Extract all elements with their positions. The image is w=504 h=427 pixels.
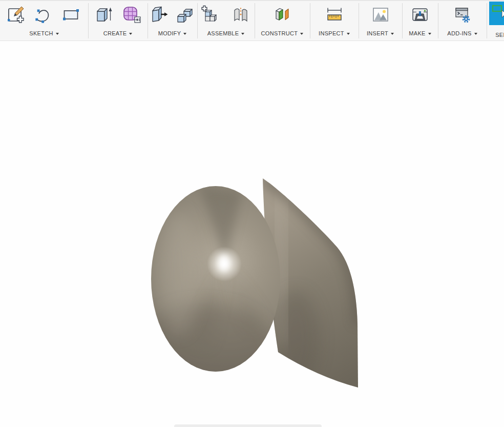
toolbar-group-construct: CONSTRUCT [255, 1, 310, 40]
chevron-down-icon [347, 33, 350, 35]
make-menu-label: MAKE [409, 30, 425, 36]
offset-plane-icon [272, 6, 292, 24]
extrude-icon [94, 5, 114, 25]
toolbar-group-sketch: SKETCH [0, 1, 88, 40]
model-body-surface[interactable] [148, 186, 280, 391]
sketch-menu-label: SKETCH [29, 30, 53, 36]
toolbar-group-modify: MODIFY [148, 1, 197, 40]
insert-menu-label: INSERT [367, 30, 388, 36]
construct-menu-button[interactable]: CONSTRUCT [255, 29, 310, 38]
fit-point-spline-icon [34, 5, 54, 25]
joint-icon [232, 5, 250, 25]
create-sketch-button[interactable] [6, 3, 27, 27]
select-button[interactable] [489, 2, 504, 25]
addins-menu-label: ADD-INS [447, 30, 471, 36]
inspect-menu-button[interactable]: INSPECT [310, 29, 359, 38]
toolbar-group-addins: ADD-INS [438, 1, 487, 40]
viewport-3d-model[interactable] [148, 170, 363, 391]
chevron-down-icon [129, 33, 132, 35]
inspect-menu-label: INSPECT [319, 30, 344, 36]
chevron-down-icon [183, 33, 186, 35]
chevron-down-icon [474, 33, 477, 35]
chevron-down-icon [300, 33, 303, 35]
insert-image-button[interactable] [370, 3, 391, 27]
scripts-and-add-ins-icon [453, 6, 472, 24]
addins-menu-button[interactable]: ADD-INS [438, 29, 487, 38]
modify-menu-button[interactable]: MODIFY [148, 29, 197, 38]
scripts-and-add-ins-button[interactable] [452, 3, 473, 27]
toolbar-group-assemble: ASSEMBLE [197, 1, 255, 40]
measure-button[interactable] [324, 3, 345, 27]
toolbar-group-insert: INSERT [359, 1, 402, 40]
select-menu-label: SELECT [495, 32, 504, 38]
measure-icon [325, 6, 344, 24]
two-point-rectangle-button[interactable] [61, 3, 82, 27]
create-menu-label: CREATE [103, 30, 127, 36]
press-pull-icon [151, 5, 170, 25]
chevron-down-icon [56, 33, 59, 35]
press-pull-button[interactable] [150, 3, 171, 27]
toolbar-group-select: SELECT [487, 1, 504, 40]
create-form-button[interactable] [121, 3, 142, 27]
sketch-menu-button[interactable]: SKETCH [0, 29, 88, 38]
chevron-down-icon [241, 33, 244, 35]
two-point-rectangle-icon [62, 6, 81, 24]
new-component-icon [201, 5, 221, 25]
create-menu-button[interactable]: CREATE [88, 29, 148, 38]
3d-viewport-canvas[interactable] [0, 41, 504, 427]
toolbar-group-create: CREATE [88, 1, 148, 40]
fit-point-spline-button[interactable] [34, 3, 54, 27]
3d-print-icon [410, 6, 430, 24]
chevron-down-icon [391, 33, 394, 35]
chevron-down-icon [428, 33, 431, 35]
assemble-menu-label: ASSEMBLE [207, 30, 239, 36]
construct-menu-label: CONSTRUCT [261, 30, 298, 36]
extrude-button[interactable] [94, 3, 114, 27]
make-menu-button[interactable]: MAKE [402, 29, 438, 38]
insert-menu-button[interactable]: INSERT [359, 29, 402, 38]
toolbar-group-inspect: INSPECT [310, 1, 359, 40]
create-form-icon [121, 5, 142, 25]
select-icon [490, 3, 504, 25]
create-sketch-icon [6, 5, 27, 25]
new-component-button[interactable] [201, 3, 221, 27]
modify-menu-label: MODIFY [158, 30, 181, 36]
toolbar-group-make: MAKE [402, 1, 438, 40]
combine-icon [175, 5, 195, 25]
select-menu-button[interactable]: SELECT [487, 30, 504, 39]
3d-print-button[interactable] [410, 3, 430, 27]
view-navigation-bar[interactable] [174, 424, 322, 427]
offset-plane-button[interactable] [272, 3, 292, 27]
joint-button[interactable] [230, 3, 251, 27]
ribbon-toolbar: SKETCH [0, 1, 504, 41]
combine-button[interactable] [175, 3, 195, 27]
insert-image-icon [371, 6, 390, 24]
assemble-menu-button[interactable]: ASSEMBLE [197, 29, 255, 38]
